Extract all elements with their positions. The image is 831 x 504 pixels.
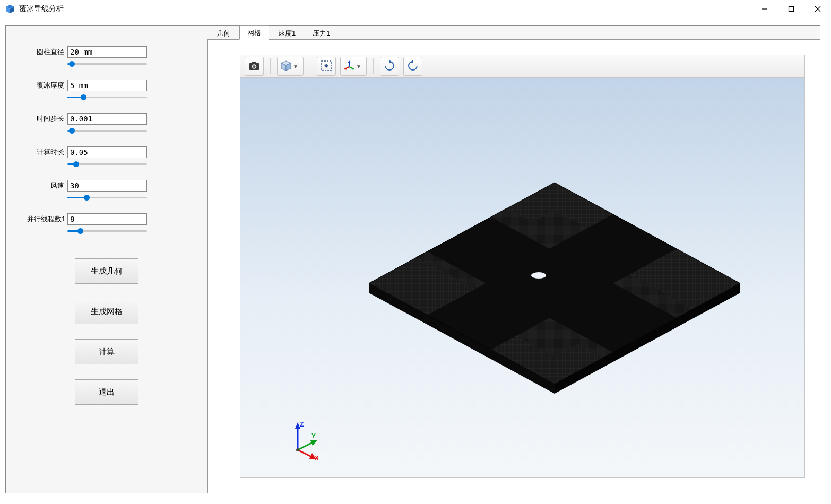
camera-icon: [248, 61, 260, 72]
cube-icon: [280, 60, 292, 73]
svg-rect-4: [789, 6, 794, 11]
param-label: 风速: [27, 181, 64, 190]
svg-point-43: [531, 272, 546, 279]
duration-input[interactable]: [67, 146, 147, 158]
fit-icon: [321, 60, 332, 73]
generate-geometry-button[interactable]: 生成几何: [75, 258, 138, 284]
tab-velocity[interactable]: 速度1: [270, 26, 304, 40]
param-threads: 并行线程数1: [27, 213, 186, 225]
windspeed-slider[interactable]: [67, 193, 147, 202]
window-title: 覆冰导线分析: [19, 4, 64, 14]
svg-point-53: [296, 448, 299, 451]
svg-line-51: [298, 450, 313, 457]
view-cube-button[interactable]: ▼: [277, 57, 304, 76]
rotate-cw-icon: [384, 60, 395, 73]
action-buttons: 生成几何 生成网格 计算 退出: [27, 258, 186, 405]
fit-view-button[interactable]: [317, 57, 336, 76]
minimize-button[interactable]: [751, 0, 778, 18]
tab-pressure[interactable]: 压力1: [305, 26, 338, 40]
param-windspeed: 风速: [27, 180, 186, 192]
axes-triad-button[interactable]: ▼: [340, 57, 367, 76]
param-label: 并行线程数1: [27, 214, 64, 224]
exit-button[interactable]: 退出: [75, 379, 138, 405]
chevron-down-icon: ▼: [293, 64, 298, 69]
rotate-ccw-button[interactable]: [403, 57, 422, 76]
toolbar-separator: [373, 58, 374, 74]
param-timestep: 时间步长: [27, 113, 186, 125]
inner-frame: 圆柱直径 覆冰厚度 时间步长 计算时长: [5, 25, 820, 493]
rotate-cw-button[interactable]: [380, 57, 399, 76]
param-label: 时间步长: [27, 114, 64, 124]
tab-mesh[interactable]: 网格: [239, 25, 269, 40]
param-duration: 计算时长: [27, 146, 186, 158]
ice-input[interactable]: [67, 80, 147, 91]
3d-viewport[interactable]: Z Y X: [240, 78, 805, 478]
param-ice: 覆冰厚度: [27, 80, 186, 91]
tab-panel-mesh: ▼: [207, 40, 820, 493]
generate-mesh-button[interactable]: 生成网格: [75, 299, 138, 324]
svg-point-10: [253, 65, 255, 67]
app-window: 覆冰导线分析 圆柱直径 覆冰厚度: [0, 0, 831, 504]
threads-slider[interactable]: [67, 226, 147, 236]
chevron-down-icon: ▼: [356, 64, 361, 69]
param-label: 计算时长: [27, 147, 64, 157]
main-area: 几何 网格 速度1 压力1: [207, 26, 820, 493]
mesh-render: [305, 140, 740, 416]
rotate-ccw-icon: [407, 60, 419, 73]
screenshot-button[interactable]: [245, 57, 264, 76]
toolbar-separator: [310, 58, 310, 74]
ice-slider[interactable]: [67, 92, 147, 102]
windspeed-input[interactable]: [67, 180, 147, 192]
axis-x-label: X: [315, 455, 319, 462]
sidebar: 圆柱直径 覆冰厚度 时间步长 计算时长: [6, 26, 207, 493]
tab-bar: 几何 网格 速度1 压力1: [207, 26, 820, 40]
duration-slider[interactable]: [67, 159, 147, 169]
svg-rect-8: [252, 62, 256, 64]
tab-geometry[interactable]: 几何: [209, 26, 238, 40]
maximize-button[interactable]: [778, 0, 804, 18]
app-icon: [5, 4, 15, 14]
threads-input[interactable]: [67, 213, 147, 225]
toolbar-separator: [270, 58, 271, 74]
param-label: 覆冰厚度: [27, 81, 64, 90]
diameter-input[interactable]: [67, 46, 147, 58]
axis-y-label: Y: [311, 432, 316, 440]
titlebar: 覆冰导线分析: [0, 0, 831, 18]
compute-button[interactable]: 计算: [75, 339, 138, 364]
axis-z-label: Z: [300, 421, 304, 428]
timestep-input[interactable]: [67, 113, 147, 125]
timestep-slider[interactable]: [67, 126, 147, 135]
orientation-triad: Z Y X: [283, 419, 325, 462]
svg-marker-16: [348, 60, 351, 63]
param-diameter: 圆柱直径: [27, 46, 186, 58]
close-button[interactable]: [804, 0, 831, 18]
content-area: 圆柱直径 覆冰厚度 时间步长 计算时长: [0, 18, 831, 504]
diameter-slider[interactable]: [67, 59, 147, 68]
param-label: 圆柱直径: [27, 47, 64, 57]
axes-icon: [343, 60, 355, 73]
svg-line-49: [298, 442, 314, 450]
viewport-toolbar: ▼: [240, 55, 805, 78]
